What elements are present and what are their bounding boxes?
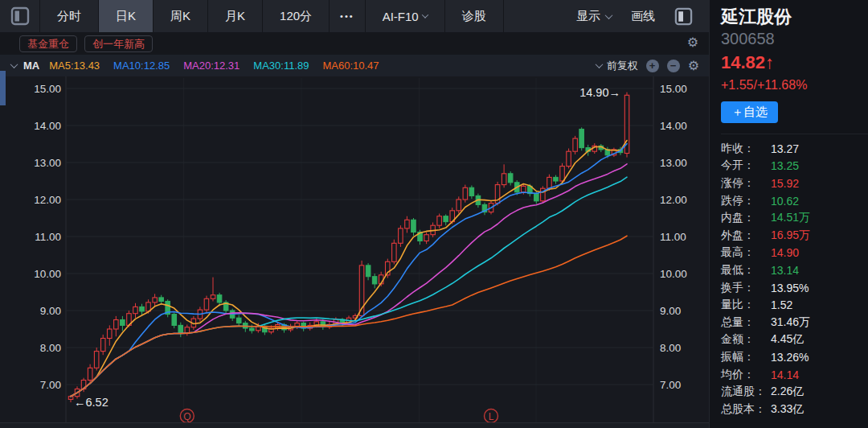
stock-change: +1.55/+11.68% [721,76,868,93]
stat-value: 15.92 [771,177,799,190]
tab-月K[interactable]: 月K [208,0,263,32]
stat-label: 均价： [721,368,771,382]
ma-indicator-bar: MA MA5:13.43MA10:12.85MA20:12.31MA30:11.… [0,55,709,76]
stock-tags: 基金重仓创一年新高 [19,35,153,52]
draw-line-label: 画线 [631,9,655,24]
stat-label: 流通股： [721,385,771,399]
stat-value: 14.51万 [771,211,810,225]
right-panel-toggle-button[interactable] [666,7,701,26]
svg-text:7.00: 7.00 [660,379,681,391]
stat-row: 总量：31.46万 [721,314,868,331]
stat-label: 内盘： [721,211,771,225]
stat-row: 金额：4.45亿 [721,331,868,349]
stat-label: 振幅： [721,350,771,364]
zoom-in-button[interactable]: + [646,60,659,72]
stat-value: 13.95% [771,282,809,294]
stat-value: 10.62 [771,195,799,208]
zoom-out-button[interactable]: − [667,60,680,72]
tab-•••[interactable]: ••• [330,0,366,32]
tab-label: 周K [170,9,190,24]
tab-120分[interactable]: 120分 [263,0,330,32]
add-watchlist-button[interactable]: ＋自选 [721,101,778,123]
settings-gear-icon[interactable]: ⚙ [687,36,698,49]
stat-value: 4.45亿 [771,332,804,347]
ma-value-ma10[interactable]: MA10:12.85 [113,60,170,72]
tab-日K[interactable]: 日K [99,0,154,32]
stat-row: 内盘：14.51万 [721,209,868,227]
svg-text:13.00: 13.00 [34,157,61,169]
sidebar-toggle-button[interactable] [0,0,40,32]
stat-row: 流通股：2.26亿 [721,383,868,401]
stock-tag-badge[interactable]: 基金重仓 [19,35,77,52]
stat-row: 振幅：13.26% [721,348,868,366]
svg-text:11.00: 11.00 [660,231,686,243]
svg-text:15.00: 15.00 [660,83,687,95]
stat-value: 14.90 [771,246,799,259]
chevron-down-icon [605,11,613,19]
ma-values: MA5:13.43MA10:12.85MA20:12.31MA30:11.89M… [49,60,392,72]
stock-stats-list: 昨收：13.27今开：13.25涨停：15.92跌停：10.62内盘：14.51… [721,134,868,418]
stat-row: 跌停：10.62 [721,192,868,210]
svg-text:9.00: 9.00 [40,305,61,317]
stat-value: 13.27 [771,142,799,155]
period-tabs: 分时日K周K月K120分•••AI-F10诊股 [40,0,504,32]
ma-value-ma20[interactable]: MA20:12.31 [183,60,240,72]
ma-value-ma60[interactable]: MA60:10.47 [322,60,379,72]
draw-line-button[interactable]: 画线 [623,9,663,24]
stat-row: 外盘：16.95万 [721,227,868,245]
ma-value-ma5[interactable]: MA5:13.43 [49,60,100,72]
tab-label: 日K [116,9,136,24]
stat-label: 昨收： [721,142,771,156]
ma-bar-right-group: 前复权 + − ⚙ [596,59,699,73]
chart-column: 分时日K周K月K120分•••AI-F10诊股 显示 画线 基金重仓创一年新高 … [0,0,709,428]
panel-toggle-icon [674,7,693,26]
svg-text:L: L [489,411,494,422]
ma-value-ma30[interactable]: MA30:11.89 [253,60,309,72]
chevron-down-icon [595,60,603,68]
adjust-mode-dropdown[interactable]: 前复权 [596,59,638,73]
stat-row: 最低：13.14 [721,261,868,279]
display-menu-button[interactable]: 显示 [568,9,620,24]
candlestick-chart[interactable]: 15.0015.0014.0014.0013.0013.0012.0012.00… [0,76,709,428]
svg-text:14.00: 14.00 [660,120,687,132]
tab-诊股[interactable]: 诊股 [445,0,504,32]
stock-tag-badge[interactable]: 创一年新高 [84,35,153,52]
stat-value: 13.25 [771,159,799,172]
sidebar-toggle-icon [10,6,30,26]
stat-value: 16.95万 [771,228,810,243]
stat-value: 14.14 [771,368,799,381]
toolbar-spacer [504,0,568,32]
stat-row: 昨收：13.27 [721,140,868,158]
tab-AI-F10[interactable]: AI-F10 [366,0,445,32]
stat-label: 金额： [721,332,771,347]
tab-label: 120分 [280,9,312,24]
svg-text:14.00: 14.00 [34,120,61,132]
svg-text:10.00: 10.00 [34,268,61,280]
stock-name: 延江股份 [721,6,868,27]
tab-周K[interactable]: 周K [154,0,208,32]
indicator-settings-gear-icon[interactable]: ⚙ [688,60,699,72]
stat-row: 换手：13.95% [721,279,868,297]
tab-label: ••• [340,11,354,21]
stock-code: 300658 [721,29,868,48]
stat-label: 总股本： [721,402,771,417]
toolbar-right-group: 显示 画线 [568,0,709,32]
stat-label: 外盘： [721,228,771,243]
left-scroll-indicator[interactable] [0,71,6,105]
stat-row: 今开：13.25 [721,158,868,175]
stat-label: 换手： [721,281,771,295]
stat-row: 量比：1.52 [721,296,868,314]
tab-label: 诊股 [462,9,486,24]
tab-分时[interactable]: 分时 [40,0,99,32]
chevron-down-icon[interactable] [10,60,18,68]
stat-value: 13.26% [771,351,809,364]
stat-label: 跌停： [721,194,771,208]
display-menu-label: 显示 [576,9,600,24]
stat-value: 3.33亿 [771,402,804,417]
stat-row: 最高：14.90 [721,245,868,262]
svg-text:7.00: 7.00 [40,379,61,391]
stat-label: 量比： [721,298,771,312]
adjust-mode-label: 前复权 [607,59,638,73]
svg-text:13.00: 13.00 [660,157,687,169]
svg-text:9.00: 9.00 [660,305,681,317]
